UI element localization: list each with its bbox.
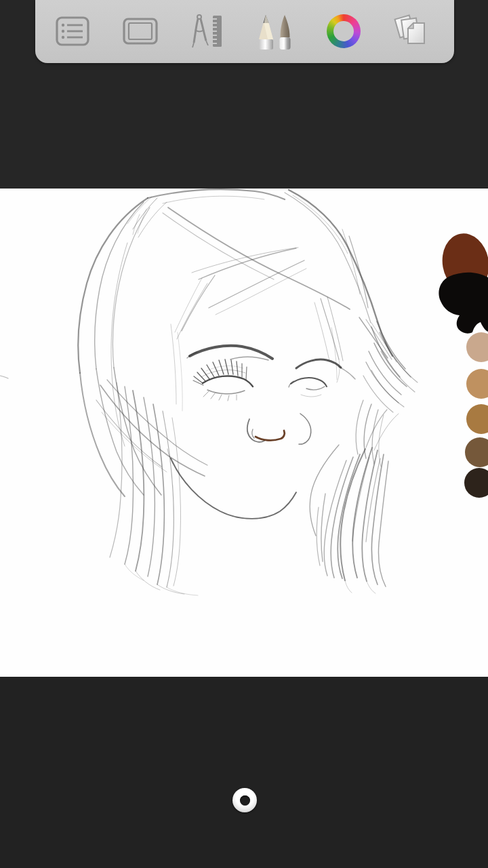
list-icon (55, 15, 90, 47)
compass-ruler-icon (189, 12, 227, 51)
bottom-chrome-background (0, 677, 488, 868)
palette-swatch (466, 369, 488, 399)
black-blob (439, 273, 488, 334)
gallery-button[interactable] (48, 7, 97, 56)
top-toolbar (35, 0, 454, 63)
brushes-button[interactable] (251, 7, 300, 56)
palette-swatch (466, 332, 488, 362)
drawing-canvas[interactable] (0, 189, 488, 677)
nostril-stroke (256, 431, 285, 440)
color-wheel-icon (327, 14, 361, 48)
face-strokes (167, 346, 355, 519)
hair-strokes (0, 189, 418, 595)
color-wheel-button[interactable] (319, 7, 368, 56)
precision-tools-button[interactable] (184, 7, 232, 56)
frame-icon (122, 16, 159, 47)
ring-handle-button[interactable] (232, 788, 257, 812)
sketch-svg (0, 189, 488, 677)
palette-swatch (466, 404, 488, 434)
stacked-pages-icon (392, 12, 431, 51)
canvas-settings-button[interactable] (116, 7, 165, 56)
layers-button[interactable] (387, 7, 436, 56)
pencil-brush-icon (257, 11, 295, 52)
paint-blobs (438, 230, 488, 334)
palette-swatches (464, 332, 488, 498)
palette-swatch (464, 468, 488, 498)
palette-swatch (465, 437, 488, 467)
